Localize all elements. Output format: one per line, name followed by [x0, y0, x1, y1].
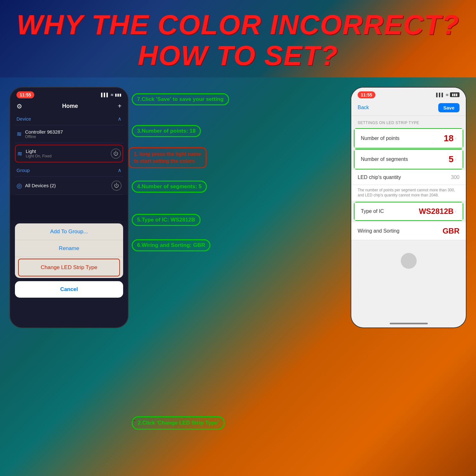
- led-chip-value: 300: [451, 175, 459, 180]
- light-item[interactable]: ≋ Light Light On, Fixed ⏻: [15, 145, 123, 162]
- nav-title: Home: [62, 103, 78, 109]
- light-name: Light: [26, 149, 51, 154]
- signal-icon: ▌▌▌: [101, 93, 109, 97]
- cancel-button[interactable]: Cancel: [15, 281, 123, 298]
- step7-bubble: 7.Click 'Save' to save your setting: [132, 93, 229, 105]
- wifi-icon: ≋: [110, 93, 114, 97]
- step2-bubble: 2.Click 'Change LED Strip Type': [132, 416, 225, 430]
- light-power-button[interactable]: ⏻: [111, 149, 121, 159]
- segments-label: Number of segments: [361, 156, 408, 162]
- right-status-icons: ▌▌▌ ≋ ▮▮▮: [436, 92, 459, 97]
- right-wifi-icon: ≋: [446, 93, 449, 97]
- add-icon[interactable]: +: [118, 102, 122, 110]
- all-devices-power-button[interactable]: ⏻: [111, 181, 122, 191]
- type-of-ic-inner: Type of IC WS2812B ›: [354, 202, 463, 220]
- add-to-group-item[interactable]: Add To Group...: [15, 223, 123, 240]
- settings-nav-bar: Back Save: [351, 100, 466, 116]
- group-section-title: Group: [17, 168, 30, 173]
- left-nav-bar: ⚙ Home +: [10, 100, 128, 113]
- right-battery-icon: ▮▮▮: [450, 92, 459, 97]
- all-devices-icon: ◎: [17, 182, 22, 189]
- controller-icon: ≋: [17, 130, 22, 138]
- led-chip-row[interactable]: LED chip's quantity 300: [351, 170, 466, 185]
- device-chevron-icon: ∧: [118, 116, 122, 122]
- change-led-strip-item[interactable]: Change LED Strip Type: [18, 259, 120, 276]
- step5-label: 5.Type of IC: WS2812B: [137, 217, 195, 223]
- controller-status: Offline: [25, 135, 63, 139]
- scroll-indicator: [401, 253, 417, 269]
- step5-bubble: 5.Type of IC: WS2812B: [132, 214, 201, 226]
- step3-bubble: 3.Number of points: 18: [132, 125, 201, 137]
- step2-label: 2.Click 'Change LED Strip Type': [138, 420, 219, 426]
- content-area: 11:55 ▌▌▌ ≋ ▮▮▮ ⚙ Home + Device ∧ ≋: [0, 77, 476, 476]
- step4-bubble: 4.Number of segments: 5: [132, 181, 207, 193]
- all-devices-name: All Devices (2): [25, 183, 56, 188]
- step7-label: 7.Click 'Save' to save your setting: [137, 96, 224, 102]
- device-section: Device ∧ ≋ Controller 963287 Offline ≋: [10, 113, 128, 195]
- points-chevron: ›: [455, 136, 456, 141]
- light-status: Light On, Fixed: [26, 154, 51, 158]
- step2-arrow-left: →: [130, 417, 136, 424]
- type-of-ic-chevron: ›: [455, 209, 456, 214]
- left-status-icons: ▌▌▌ ≋ ▮▮▮: [101, 93, 122, 97]
- step6-label: 6.Wiring and Sorting: GBR: [137, 242, 205, 248]
- segments-chevron: ›: [455, 157, 456, 162]
- all-devices-item[interactable]: ◎ All Devices (2) ⏻: [15, 177, 123, 195]
- segments-value: 5: [449, 154, 454, 164]
- controller-name: Controller 963287: [25, 129, 63, 135]
- device-section-title: Device: [17, 116, 31, 122]
- gear-icon[interactable]: ⚙: [17, 102, 22, 110]
- save-button[interactable]: Save: [438, 103, 459, 112]
- number-of-points-inner: Number of points 18 ›: [354, 129, 463, 148]
- points-label: Number of points: [361, 136, 400, 141]
- number-of-points-row[interactable]: Number of points 18 ›: [354, 128, 463, 149]
- wiring-sorting-row[interactable]: Wiring and Sorting GBR: [351, 222, 466, 240]
- headline-2: HOW TO SET?: [13, 40, 463, 71]
- settings-section-title: SETTINGS ON LED STRIP TYPE: [351, 116, 466, 128]
- wiring-value: GBR: [443, 227, 459, 235]
- headline-1: WHY THE COLOR INCORRECT?: [13, 10, 463, 40]
- wiring-label: Wiring and Sorting: [358, 228, 400, 234]
- step4-label: 4.Number of segments: 5: [137, 183, 202, 189]
- device-section-header: Device ∧: [15, 113, 123, 125]
- home-indicator: [390, 323, 428, 324]
- number-of-segments-inner: Number of segments 5 ›: [354, 150, 463, 169]
- step6-bubble: 6.Wiring and Sorting: GBR: [132, 239, 210, 251]
- left-status-bar: 11:55 ▌▌▌ ≋ ▮▮▮: [10, 88, 128, 100]
- dark-fade: [10, 195, 128, 220]
- battery-icon: ▮▮▮: [115, 93, 122, 97]
- led-chip-label: LED chip's quantity: [358, 175, 401, 180]
- step3-label: 3.Number of points: 18: [137, 128, 195, 134]
- right-time: 11:55: [358, 91, 375, 98]
- step1-bubble: 1. long press the light nameto start set…: [129, 147, 207, 169]
- right-status-bar: 11:55 ▌▌▌ ≋ ▮▮▮: [351, 88, 466, 100]
- number-of-segments-row[interactable]: Number of segments 5 ›: [354, 149, 463, 169]
- group-section-header: Group ∧: [15, 164, 123, 177]
- light-icon: ≋: [17, 150, 23, 157]
- points-value: 18: [444, 133, 453, 143]
- rename-item[interactable]: Rename: [15, 240, 123, 257]
- right-signal-icon: ▌▌▌: [436, 93, 444, 97]
- group-chevron-icon: ∧: [118, 167, 122, 173]
- left-phone: 11:55 ▌▌▌ ≋ ▮▮▮ ⚙ Home + Device ∧ ≋: [10, 87, 129, 328]
- step1-label: 1. long press the light nameto start set…: [134, 151, 201, 164]
- controller-item: ≋ Controller 963287 Offline: [15, 125, 123, 143]
- settings-note: The number of points per segment cannot …: [351, 185, 466, 201]
- type-of-ic-value: WS2812B: [419, 207, 453, 216]
- type-of-ic-label: Type of IC: [361, 208, 384, 214]
- context-menu: Add To Group... Rename Change LED Strip …: [15, 223, 123, 278]
- header-section: WHY THE COLOR INCORRECT? HOW TO SET?: [0, 0, 476, 77]
- type-of-ic-row[interactable]: Type of IC WS2812B ›: [354, 202, 463, 221]
- back-button[interactable]: Back: [358, 105, 369, 110]
- right-phone: 11:55 ▌▌▌ ≋ ▮▮▮ Back Save SETTINGS ON LE…: [351, 87, 466, 328]
- left-time: 11:55: [17, 91, 34, 98]
